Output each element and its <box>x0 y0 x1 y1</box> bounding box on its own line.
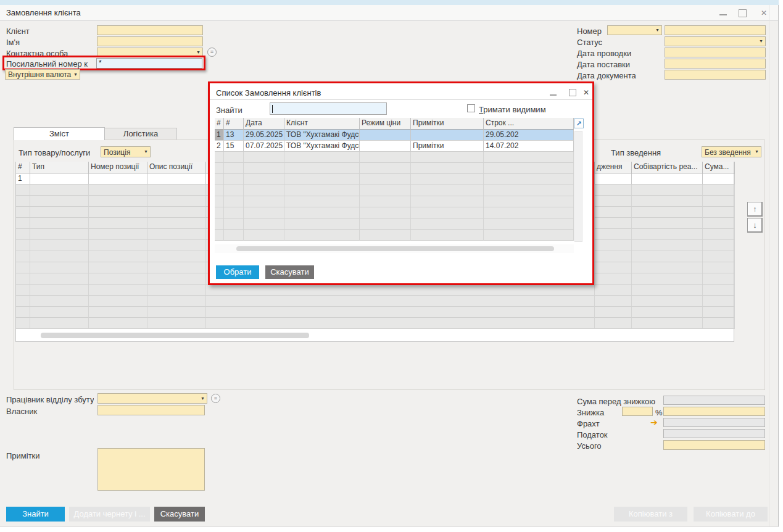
cell[interactable]: 29.05.2025 <box>244 130 284 141</box>
cell[interactable]: 14.07.202 <box>484 141 574 152</box>
maximize-icon[interactable] <box>739 9 747 17</box>
table-expand-icon[interactable]: ↗ <box>574 118 584 128</box>
cell[interactable] <box>30 173 89 185</box>
column-header[interactable]: Собівартість реа... <box>632 162 703 173</box>
document-date-label: Дата документа <box>577 71 636 80</box>
column-header[interactable]: Строк ... <box>484 118 574 130</box>
number-field[interactable] <box>665 25 766 35</box>
keep-visible-checkbox[interactable] <box>467 104 475 112</box>
column-header[interactable]: Дата <box>244 118 284 130</box>
owner-field[interactable] <box>97 405 205 415</box>
number-series-select[interactable]: ▼ <box>607 25 662 35</box>
cancel-button[interactable]: Скасувати <box>154 507 205 522</box>
cell <box>16 185 30 196</box>
cell[interactable]: Примітки <box>411 141 484 152</box>
cell <box>89 251 147 262</box>
cell[interactable]: 2 <box>215 141 224 152</box>
close-icon[interactable]: ✕ <box>761 9 767 17</box>
column-header[interactable]: Тип <box>30 162 89 173</box>
cell[interactable] <box>595 173 632 185</box>
reference-field[interactable]: * <box>96 58 202 69</box>
find-button[interactable]: Знайти <box>6 507 65 522</box>
client-field[interactable] <box>97 25 203 35</box>
tab-logistics[interactable]: Логістика <box>105 128 177 139</box>
cell[interactable] <box>147 173 206 185</box>
column-header[interactable]: Сума... <box>703 162 735 173</box>
table-hscrollbar[interactable] <box>236 246 554 251</box>
posting-date-field[interactable] <box>665 48 766 57</box>
column-header[interactable]: дження <box>595 162 632 173</box>
cell <box>703 251 735 262</box>
table-row[interactable]: 21507.07.2025ТОВ "Хухтамакі ФудсервіПрим… <box>215 141 574 152</box>
sales-employee-select[interactable]: ▼ <box>97 393 207 404</box>
currency-select[interactable]: Внутрішня валюта ▼ <box>5 69 80 80</box>
cell[interactable] <box>632 173 703 185</box>
dialog-minimize-icon[interactable] <box>550 94 557 96</box>
cell[interactable]: 07.07.2025 <box>244 141 284 152</box>
cell[interactable] <box>703 173 735 185</box>
column-header[interactable]: # <box>224 118 244 130</box>
cell[interactable] <box>411 130 484 141</box>
name-field[interactable] <box>97 36 203 46</box>
tab-content[interactable]: Зміст <box>14 127 105 140</box>
cell <box>632 218 703 229</box>
row-up-button[interactable]: ↑ <box>747 202 763 217</box>
empty-row <box>215 207 574 218</box>
column-header[interactable]: Режим ціни <box>360 118 411 130</box>
table-vscrollbar[interactable] <box>574 131 582 242</box>
discount-amount-field[interactable] <box>663 407 765 416</box>
dialog-close-icon[interactable]: ✕ <box>583 89 589 97</box>
cell[interactable]: 1 <box>16 173 30 185</box>
column-header[interactable]: Примітки <box>411 118 484 130</box>
cell[interactable]: ТОВ "Хухтамакі Фудсерві <box>284 130 360 141</box>
column-header[interactable]: Номер позиції <box>89 162 147 173</box>
freight-link-arrow-icon[interactable]: ➔ <box>650 418 658 427</box>
cell[interactable]: 1 <box>215 130 224 141</box>
column-header[interactable]: Опис позиції <box>147 162 206 173</box>
empty-row <box>215 152 574 163</box>
status-select[interactable]: ▼ <box>665 36 766 46</box>
column-header[interactable]: # <box>16 162 30 173</box>
column-header[interactable]: # <box>215 118 224 130</box>
empty-row <box>215 196 574 207</box>
minimize-icon[interactable] <box>719 14 727 15</box>
cell <box>484 174 574 185</box>
dialog-select-button[interactable]: Обрати <box>216 265 259 279</box>
cell[interactable]: 15 <box>224 141 244 152</box>
cell <box>595 240 632 251</box>
cell[interactable] <box>360 130 411 141</box>
delivery-date-field[interactable] <box>665 59 766 69</box>
cell <box>411 174 484 185</box>
row-down-button[interactable]: ↓ <box>747 218 763 233</box>
cell <box>284 207 360 218</box>
cell <box>215 196 224 207</box>
column-header[interactable]: Клієнт <box>284 118 360 130</box>
table-row[interactable]: 11329.05.2025ТОВ "Хухтамакі Фудсерві29.0… <box>215 130 574 141</box>
dialog-maximize-icon[interactable] <box>569 89 576 96</box>
cell <box>224 174 244 185</box>
dialog-cancel-button[interactable]: Скасувати <box>265 265 314 279</box>
discount-label: Знижка <box>577 408 604 417</box>
cell[interactable]: 13 <box>224 130 244 141</box>
cell[interactable]: ТОВ "Хухтамакі Фудсерві <box>284 141 360 152</box>
cell <box>16 318 30 329</box>
cell <box>30 218 89 229</box>
cell[interactable] <box>360 141 411 152</box>
discount-percent-field[interactable] <box>622 407 653 416</box>
sales-employee-list-icon[interactable]: ≡ <box>211 394 220 403</box>
cell[interactable]: 29.05.202 <box>484 130 574 141</box>
remarks-textarea[interactable] <box>97 448 205 491</box>
contact-list-icon[interactable]: ≡ <box>207 48 217 57</box>
items-hscrollbar[interactable] <box>41 333 309 338</box>
item-type-select[interactable]: Позиція ▼ <box>101 146 151 157</box>
cell <box>411 185 484 196</box>
summary-type-select[interactable]: Без зведення ▼ <box>702 146 761 157</box>
cell <box>484 152 574 163</box>
freight-label: Фрахт <box>577 419 600 428</box>
empty-row <box>16 285 734 296</box>
cell[interactable] <box>89 173 147 185</box>
cell <box>595 207 632 218</box>
cell <box>30 307 89 318</box>
document-date-field[interactable] <box>665 70 766 80</box>
dialog-find-input[interactable] <box>270 102 387 115</box>
